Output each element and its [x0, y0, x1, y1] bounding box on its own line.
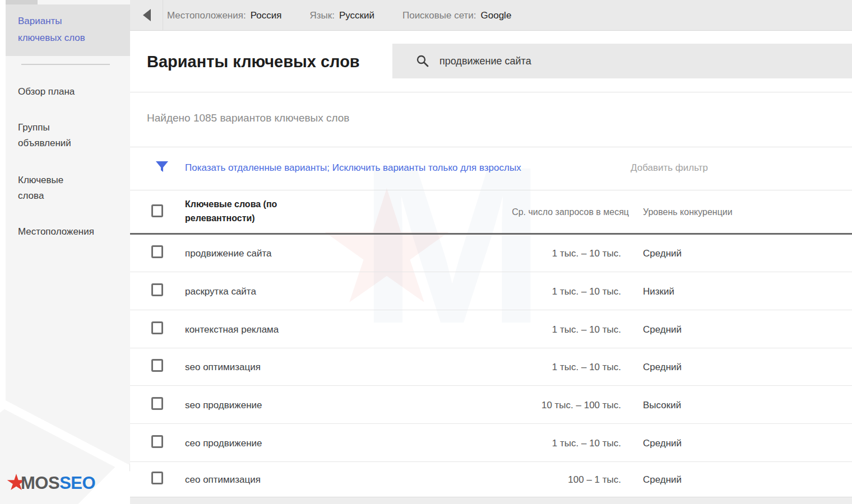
- row-checkbox[interactable]: [151, 359, 163, 372]
- logo-text-seo: SEO: [59, 473, 95, 493]
- setting-language-label: Язык:: [309, 10, 334, 21]
- setting-language[interactable]: Язык:Русский: [309, 10, 374, 21]
- keyword-cell: раскрутка сайта: [185, 273, 256, 310]
- row-checkbox[interactable]: [151, 283, 163, 296]
- keyword-cell: seo продвижение: [185, 386, 262, 424]
- row-checkbox[interactable]: [151, 321, 163, 334]
- competition-cell: Средний: [643, 311, 682, 348]
- table-row: seo оптимизация 1 тыс. – 10 тыс. Средний: [130, 348, 852, 386]
- bottom-scroll-strip[interactable]: [130, 497, 852, 504]
- row-checkbox[interactable]: [151, 435, 163, 448]
- volume-cell: 100 – 1 тыс.: [489, 463, 621, 497]
- logo-text-mos: MOS: [21, 473, 59, 493]
- sidebar-top-sliver: [6, 0, 38, 4]
- keyword-cell: сео продвижение: [185, 424, 262, 462]
- settings-topbar: Местоположения:Россия Язык:Русский Поиск…: [130, 0, 852, 31]
- keyword-planner-app: Варианты ключевых слов Обзор плана Групп…: [0, 0, 852, 504]
- setting-locations-label: Местоположения:: [167, 10, 246, 21]
- sidebar: Варианты ключевых слов Обзор плана Групп…: [0, 0, 130, 504]
- divider: [130, 92, 852, 92]
- row-checkbox[interactable]: [151, 245, 163, 258]
- volume-cell: 1 тыс. – 10 тыс.: [489, 311, 621, 348]
- add-filter-button[interactable]: Добавить фильтр: [631, 162, 708, 174]
- setting-networks[interactable]: Поисковые сети:Google: [402, 10, 511, 21]
- sidebar-item-keyword-ideas-active[interactable]: Варианты ключевых слов: [6, 4, 130, 56]
- row-checkbox[interactable]: [151, 472, 163, 484]
- sidebar-divider: [21, 64, 110, 65]
- sidebar-item-plan-overview[interactable]: Обзор плана: [18, 84, 96, 100]
- active-filters-chip[interactable]: Показать отдаленные варианты; Исключить …: [185, 162, 521, 174]
- results-count: Найдено 1085 вариантов ключевых слов: [147, 112, 349, 124]
- table-row: продвижение сайта 1 тыс. – 10 тыс. Средн…: [130, 235, 852, 272]
- select-all-checkbox[interactable]: [151, 204, 163, 217]
- sidebar-item-ad-groups[interactable]: Группы объявлений: [18, 120, 96, 151]
- mosseo-logo: MOSSEO: [6, 472, 90, 493]
- back-icon[interactable]: [143, 9, 151, 21]
- page-title: Варианты ключевых слов: [147, 53, 360, 71]
- table-row: контекстная реклама 1 тыс. – 10 тыс. Сре…: [130, 311, 852, 348]
- sidebar-background-decoration: [0, 0, 130, 504]
- volume-cell: 1 тыс. – 10 тыс.: [489, 348, 621, 386]
- keyword-cell: продвижение сайта: [185, 235, 272, 272]
- setting-language-value: Русский: [339, 10, 374, 21]
- competition-cell: Высокий: [643, 386, 681, 424]
- volume-cell: 1 тыс. – 10 тыс.: [489, 424, 621, 462]
- sidebar-item-keywords[interactable]: Ключевые слова: [18, 172, 96, 204]
- divider: [130, 147, 852, 147]
- competition-cell: Средний: [643, 424, 682, 462]
- competition-cell: Низкий: [643, 273, 674, 310]
- search-icon: [416, 54, 429, 68]
- logo-text: MOSSEO: [21, 473, 95, 493]
- keyword-cell: seo оптимизация: [185, 348, 261, 386]
- table-row: seo продвижение 10 тыс. – 100 тыс. Высок…: [130, 386, 852, 424]
- column-header-competition[interactable]: Уровень конкуренции: [643, 207, 733, 217]
- divider: [130, 190, 852, 190]
- volume-cell: 1 тыс. – 10 тыс.: [489, 235, 621, 272]
- competition-cell: Средний: [643, 235, 682, 272]
- setting-locations[interactable]: Местоположения:Россия: [167, 10, 281, 21]
- table-row: раскрутка сайта 1 тыс. – 10 тыс. Низкий: [130, 273, 852, 310]
- column-header-keyword[interactable]: Ключевые слова (по релевантности): [185, 197, 277, 225]
- plan-settings: Местоположения:Россия Язык:Русский Поиск…: [167, 0, 511, 31]
- competition-cell: Средний: [643, 463, 682, 497]
- setting-locations-value: Россия: [251, 10, 282, 21]
- search-value: продвижение сайта: [439, 44, 531, 78]
- column-header-volume[interactable]: Ср. число запросов в месяц: [466, 207, 629, 217]
- volume-cell: 1 тыс. – 10 тыс.: [489, 273, 621, 310]
- competition-cell: Средний: [643, 348, 682, 386]
- setting-networks-label: Поисковые сети:: [402, 10, 476, 21]
- keyword-cell: контекстная реклама: [185, 311, 279, 348]
- topbar-divider: [163, 0, 163, 31]
- row-checkbox[interactable]: [151, 397, 163, 410]
- setting-networks-value: Google: [481, 10, 512, 21]
- content-area: M Местоположения:Россия Язык:Русский Пои…: [130, 0, 852, 504]
- keyword-cell: сео оптимизация: [185, 463, 261, 497]
- search-input[interactable]: продвижение сайта: [392, 44, 852, 78]
- volume-cell: 10 тыс. – 100 тыс.: [489, 386, 621, 424]
- sidebar-item-locations[interactable]: Местоположения: [18, 224, 96, 240]
- filter-icon: [156, 161, 168, 174]
- table-row: сео продвижение 1 тыс. – 10 тыс. Средний: [130, 424, 852, 462]
- table-row: сео оптимизация 100 – 1 тыс. Средний: [130, 463, 852, 497]
